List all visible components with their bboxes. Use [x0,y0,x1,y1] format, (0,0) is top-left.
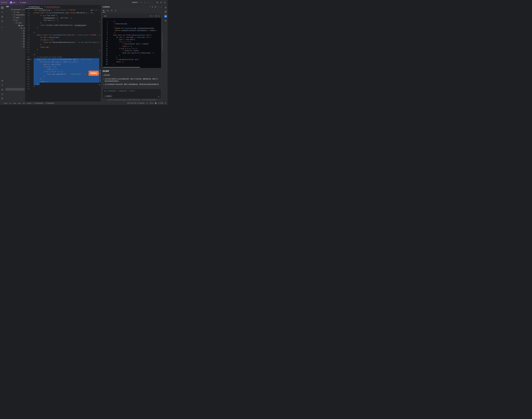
profiler-tool-button[interactable] [1,79,4,82]
sticky-line-36[interactable]: 36 class IterImplString { 13 个用法Tao Wen … [25,9,101,11]
tree-item[interactable]: Codeg [5,59,25,61]
build-tool-button[interactable] [1,83,4,87]
tree-item[interactable]: ▾ src [5,19,25,22]
code-line[interactable]: 104 [25,51,101,53]
send-button[interactable]: ▷ [158,95,159,97]
project-widget[interactable]: J java [10,1,17,4]
breadcrumb-item[interactable]: java [1,103,7,104]
tree-item[interactable]: Codeg [5,53,25,56]
tree-chevron[interactable]: ▸ [12,12,14,13]
copy-icon[interactable] [150,15,151,17]
window-close-button[interactable] [1,2,3,3]
tree-chevron[interactable]: ▸ [12,17,14,18]
tree-item[interactable]: Codeg [5,64,25,67]
tree-item[interactable]: IterImp [5,83,25,85]
breadcrumb-item[interactable]: IterImplString [31,103,43,104]
chat-input[interactable] [104,90,160,94]
tree-item[interactable]: Codeg [5,48,25,51]
tree-chevron[interactable]: ▸ [22,41,23,42]
breadcrumb-item[interactable]: src [7,103,11,104]
tree-chevron[interactable]: ▸ [12,14,14,15]
code-line[interactable]: 115 return -1; [25,80,101,83]
tree-item[interactable]: ▸ any [5,32,25,35]
tree-chevron[interactable]: ▸ [22,46,23,47]
edit-icon[interactable] [155,6,156,8]
panel-scrollbar[interactable] [162,33,163,51]
file-encoding[interactable]: UTF-8 [150,103,153,104]
indent-setting[interactable]: 4 个空格 [158,102,163,104]
tree-item[interactable]: ▸ annota [5,29,25,32]
pull-request-tool-button[interactable] [1,15,4,18]
tree-item[interactable]: Codeg [5,67,25,69]
problems-tool-button[interactable] [1,92,4,96]
more-actions-button[interactable]: ⋮ [148,1,149,3]
settings-button[interactable] [164,1,166,4]
tree-item[interactable]: Dynan [5,69,25,72]
code-line[interactable]: 107 for (int i = iter.head; i < iter.tai… [25,61,101,63]
tree-item[interactable]: Codeg [5,56,25,59]
code-line[interactable]: 91 alreadyCopied = i - iter.head - 1; [25,17,101,19]
window-minimize-button[interactable] [3,2,5,3]
code-optimize-button[interactable]: 代码优化 [89,71,99,76]
code-line[interactable]: 97 public static int translateHex(final … [25,34,101,36]
code-line[interactable]: 100 throw new IndexOutOfBoundsException(… [25,41,101,43]
breadcrumb-item[interactable]: com [21,103,25,104]
tree-item[interactable]: IterImp [5,75,25,77]
tree-item[interactable]: Codeg [5,61,25,64]
ai-assistant-button[interactable] [165,11,167,13]
sticky-line-68[interactable]: 68 private static int parse(JsonIterator… [25,11,101,14]
vcs-branch-widget[interactable]: master [20,2,28,3]
editor-scrollbar[interactable] [100,69,101,82]
code-line[interactable] [25,31,101,34]
code-line[interactable]: 108 byte c = iter.buf[i]; [25,63,101,65]
code-line[interactable]: 105 // slice does not allow escape [25,56,101,58]
user-icon[interactable] [152,6,153,8]
project-tool-button[interactable] [1,6,4,9]
debug-button[interactable] [144,1,146,4]
window-zoom-button[interactable] [6,2,7,3]
tree-item[interactable]: ▸ spi [5,43,25,45]
code-line[interactable]: 109 if (c == '"') { [25,65,101,68]
tree-item[interactable]: IterImp [5,80,25,83]
code-line[interactable]: 118 [25,88,101,90]
tree-chevron[interactable]: ▸ [22,38,23,39]
tab-iterimplstring[interactable]: IterImplString.java × [25,5,43,9]
tree-chevron[interactable]: ▾ [17,25,18,26]
search-button[interactable] [160,1,162,4]
code-line[interactable]: 101 } [25,43,101,46]
code-line[interactable]: 93 } [25,22,101,24]
tree-header[interactable]: 项目 [5,5,25,8]
more-tools-button[interactable] [1,26,4,29]
breadcrumb-item[interactable]: jsoniter [25,103,31,104]
tree-item[interactable]: ▸ fuzzy [5,38,25,40]
code-line[interactable]: 114 } [25,78,101,80]
line-ending[interactable]: LF [146,103,148,104]
diff-icon[interactable] [158,15,160,17]
tree-item[interactable]: IterImp [5,77,25,80]
add-user-button[interactable] [156,1,158,4]
inspections-widget[interactable]: 6 ✔✘ 9 [91,9,100,11]
chevron-up-icon[interactable] [98,10,99,11]
tree-item[interactable]: ▸ static_ [5,45,25,48]
tree-item[interactable]: JsonIt [5,93,25,96]
caret-position[interactable]: 106:1 (379 字符, 10 行 换行符) [127,102,144,104]
more-icon[interactable]: ⋮ [157,6,159,8]
code-line[interactable]: 96 [25,29,101,31]
code-line[interactable]: 90 if (i > iter.head) { [25,14,101,17]
coderider-status-icon[interactable] [155,103,156,104]
code-line[interactable]: 98 int val = hexDigits[b]; [25,36,101,39]
commit-tool-button[interactable] [1,11,4,14]
tree-chevron[interactable]: ▾ [19,28,21,29]
structure-tool-button[interactable] [1,19,4,23]
tree-item[interactable]: JsonIt [5,96,25,99]
notifications-button[interactable] [165,7,167,9]
hide-panel-button[interactable]: — [161,6,162,8]
quick-actions-tab-button[interactable] [115,10,117,12]
tree-item[interactable]: ManKe [5,99,25,101]
code-line[interactable]: 95 } [25,26,101,29]
coderider-tool-button[interactable]: (/) [164,15,167,17]
tree-chevron[interactable]: ▸ [22,36,23,37]
code-line[interactable]: 117 } [25,85,101,88]
tree-item[interactable]: ▾ main [5,22,25,24]
breadcrumb-item[interactable]: main [11,103,16,104]
